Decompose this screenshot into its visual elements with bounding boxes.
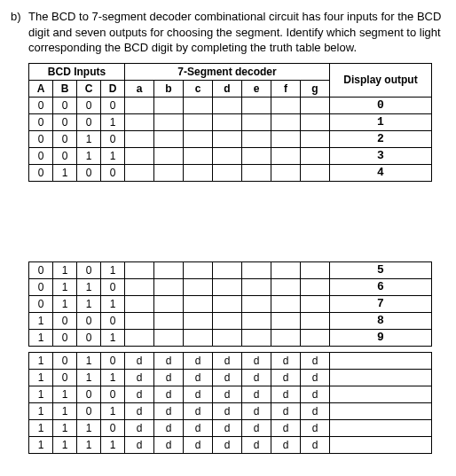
cell-C: 1 (77, 130, 101, 147)
cell-D: 1 (101, 261, 125, 278)
cell-D: 1 (101, 436, 125, 453)
cell-d: d (213, 352, 242, 369)
cell-d (213, 130, 242, 147)
cell-A: 0 (29, 113, 53, 130)
cell-display: 1 (330, 113, 432, 130)
table-row: 01106 (29, 278, 432, 295)
cell-f (271, 329, 301, 346)
header-C: C (77, 80, 101, 97)
cell-c (184, 130, 213, 147)
cell-a (125, 97, 154, 113)
cell-C: 1 (77, 436, 101, 453)
cell-display (330, 402, 432, 419)
cell-e: d (242, 352, 271, 369)
cell-g (301, 329, 330, 346)
cell-a (125, 113, 154, 130)
truth-table-top: BCD Inputs 7-Segment decoder Display out… (28, 63, 432, 182)
header-B: B (53, 80, 77, 97)
table-row: 01004 (29, 164, 432, 181)
cell-g (301, 164, 330, 181)
cell-d (213, 329, 242, 346)
cell-B: 0 (53, 352, 77, 369)
cell-A: 1 (29, 419, 53, 436)
cell-A: 0 (29, 295, 53, 312)
cell-b (154, 113, 184, 130)
cell-D: 0 (101, 164, 125, 181)
cell-C: 0 (77, 164, 101, 181)
cell-a (125, 329, 154, 346)
cell-C: 0 (77, 312, 101, 329)
cell-f (271, 97, 301, 113)
table-row: 01117 (29, 295, 432, 312)
cell-f (271, 295, 301, 312)
cell-g: d (301, 419, 330, 436)
cell-C: 0 (77, 329, 101, 346)
cell-b (154, 164, 184, 181)
cell-f: d (271, 369, 301, 386)
cell-b (154, 329, 184, 346)
cell-B: 1 (53, 295, 77, 312)
cell-B: 0 (53, 147, 77, 164)
cell-A: 1 (29, 329, 53, 346)
cell-d: d (213, 436, 242, 453)
cell-B: 0 (53, 113, 77, 130)
cell-e: d (242, 419, 271, 436)
header-f: f (271, 80, 301, 97)
cell-f (271, 261, 301, 278)
cell-f (271, 130, 301, 147)
truth-table-bot: 1010ddddddd1011ddddddd1100ddddddd1101ddd… (28, 352, 432, 454)
cell-b (154, 147, 184, 164)
table-row: 00102 (29, 130, 432, 147)
cell-a (125, 278, 154, 295)
cell-e (242, 295, 271, 312)
table-row: 1110ddddddd (29, 419, 432, 436)
cell-D: 1 (101, 369, 125, 386)
cell-c: d (184, 436, 213, 453)
cell-c: d (184, 419, 213, 436)
cell-d: d (213, 419, 242, 436)
header-c: c (184, 80, 213, 97)
table-row: 00000 (29, 97, 432, 113)
cell-a: d (125, 369, 154, 386)
cell-B: 1 (53, 261, 77, 278)
cell-e: d (242, 369, 271, 386)
cell-e (242, 97, 271, 113)
table-row: 1101ddddddd (29, 402, 432, 419)
header-A: A (29, 80, 53, 97)
cell-display (330, 369, 432, 386)
cell-A: 0 (29, 130, 53, 147)
cell-d (213, 261, 242, 278)
cell-B: 1 (53, 278, 77, 295)
table-row: 1011ddddddd (29, 369, 432, 386)
cell-A: 1 (29, 386, 53, 402)
cell-f (271, 312, 301, 329)
cell-D: 1 (101, 113, 125, 130)
cell-D: 0 (101, 312, 125, 329)
cell-e: d (242, 436, 271, 453)
cell-e (242, 113, 271, 130)
cell-C: 1 (77, 369, 101, 386)
cell-b: d (154, 386, 184, 402)
cell-display: 6 (330, 278, 432, 295)
cell-b: d (154, 419, 184, 436)
cell-a: d (125, 352, 154, 369)
cell-display (330, 436, 432, 453)
cell-D: 0 (101, 352, 125, 369)
cell-f: d (271, 386, 301, 402)
cell-d (213, 312, 242, 329)
cell-c (184, 261, 213, 278)
cell-g: d (301, 386, 330, 402)
cell-e (242, 130, 271, 147)
cell-B: 1 (53, 436, 77, 453)
header-e: e (242, 80, 271, 97)
cell-a (125, 312, 154, 329)
cell-C: 0 (77, 261, 101, 278)
cell-b (154, 130, 184, 147)
table-row: 01015 (29, 261, 432, 278)
cell-C: 1 (77, 352, 101, 369)
cell-e (242, 329, 271, 346)
cell-e (242, 164, 271, 181)
cell-D: 0 (101, 97, 125, 113)
cell-f: d (271, 419, 301, 436)
header-D: D (101, 80, 125, 97)
